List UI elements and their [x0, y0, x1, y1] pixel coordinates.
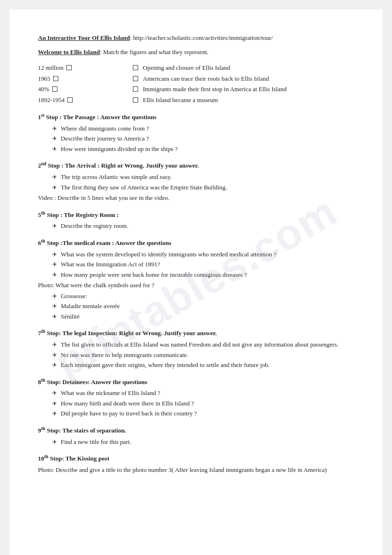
stop6-photo-text-0: Grossesse: — [61, 292, 87, 301]
page: printables.com An Interactive Tour Of El… — [9, 9, 383, 555]
match-col-right: Opening and closure of Ellis Island Amer… — [133, 63, 354, 106]
stop10-photo: Photo: Describe and give a title to the … — [38, 465, 354, 475]
stop7-sup: th — [41, 329, 46, 334]
checkbox-r1[interactable] — [133, 76, 138, 81]
bullet-icon-0: ✈ — [52, 124, 57, 133]
stop2-item-1: ✈ The first thing they saw of America wa… — [52, 183, 354, 192]
stop2-sup: nd — [41, 161, 47, 166]
checkbox-0[interactable] — [66, 65, 72, 70]
match-right-3: Ellis Island became a museum — [143, 95, 218, 105]
match-right-row-3: Ellis Island became a museum — [133, 95, 354, 105]
stop7-item-2: ✈ Each immigrant gave their origins, whe… — [52, 360, 354, 370]
stop1-item-2: ✈ How were immigrants divided up in the … — [52, 144, 354, 154]
stop5-section: 5th Stop : The Registry Room : ✈ Describ… — [38, 209, 354, 231]
stop2-item-text-0: The trip across Atlantic was simple and … — [61, 172, 172, 182]
stop1-label: Stop : The Passage : — [46, 113, 99, 121]
stop8-rest: Answer the questions — [90, 378, 147, 386]
stop6-item-0: ✈ What was the system developed to ident… — [52, 250, 354, 259]
stop7-section: 7th Stop: The legal Inspection: Right or… — [38, 328, 354, 369]
bullet-icon-1: ✈ — [52, 134, 57, 143]
match-right-row-2: Immigrants made their first stop in Amer… — [133, 85, 354, 94]
bullet-icon-s6-p0: ✈ — [52, 292, 57, 301]
stop6-item-1: ✈ What was the Immigration Act of 1891? — [52, 260, 354, 269]
stop2-header: 2nd Stop : The Arrival : Right or Wrong.… — [38, 160, 354, 170]
stop10-section: 10th Stop: The Kissing post Photo: Descr… — [38, 453, 354, 474]
stop5-item-text-0: Describe the registry room. — [61, 221, 128, 231]
stop8-item-text-0: What was the nickname of Ellis Island ? — [61, 388, 160, 398]
stop7-header: 7th Stop: The legal Inspection: Right or… — [38, 328, 354, 338]
stop5-sup: th — [41, 210, 46, 216]
stop6-rest: Answer the questions — [114, 239, 171, 246]
stop5-item-0: ✈ Describe the registry room. — [52, 221, 354, 231]
stop1-item-text-1: Describe their journey to America ? — [61, 134, 149, 143]
stop7-item-text-1: No one was there to help immigrants comm… — [61, 350, 188, 360]
stop6-photo-item-0: ✈ Grossesse: — [52, 292, 354, 301]
welcome-section: Welcome to Ellis Island: Match the figur… — [38, 47, 354, 57]
header-title: An Interactive Tour Of Ellis Island: htt… — [38, 33, 354, 43]
stop2-item-0: ✈ The trip across Atlantic was simple an… — [52, 172, 354, 182]
stop2-label: Stop : The Arrival — [48, 162, 96, 169]
checkbox-1[interactable] — [53, 76, 58, 81]
stop2-item-text-1: The first thing they saw of America was … — [61, 183, 227, 192]
checkbox-r0[interactable] — [133, 65, 138, 70]
stop8-item-2: ✈ Did people have to pay to travel back … — [52, 409, 354, 418]
stop9-item-text-0: Find a new title for this part. — [61, 437, 131, 447]
checkbox-2[interactable] — [52, 86, 57, 92]
stop1-item-1: ✈ Describe their journey to America ? — [52, 134, 354, 143]
stop6-photo-label: Photo: What were the chalk symbols used … — [38, 281, 354, 290]
stop2-rest: : Right or Wrong. Justify your answer. — [96, 162, 199, 169]
stop9-header: 9th Stop: The stairs of separation. — [38, 425, 354, 435]
checkbox-r2[interactable] — [133, 86, 138, 92]
bullet-icon-s8-2: ✈ — [52, 409, 57, 418]
welcome-bold: Welcome to Ellis Island — [38, 48, 100, 56]
stop6-item-text-0: What was the system developed to identif… — [61, 250, 276, 259]
stop6-label: Stop :The medical exam : — [47, 239, 114, 246]
stop8-item-text-2: Did people have to pay to travel back in… — [61, 409, 197, 418]
welcome-rest: : Match the figures and what they repres… — [100, 48, 208, 56]
match-key-3: 1892-1954 — [38, 95, 65, 105]
bullet-icon-s8-1: ✈ — [52, 399, 57, 408]
stop8-item-0: ✈ What was the nickname of Ellis Island … — [52, 388, 354, 398]
stop9-section: 9th Stop: The stairs of separation. ✈ Fi… — [38, 425, 354, 446]
stop1-rest: Answer the questions — [99, 113, 157, 121]
checkbox-3[interactable] — [67, 97, 73, 103]
stop2-section: 2nd Stop : The Arrival : Right or Wrong.… — [38, 160, 354, 202]
stop6-item-2: ✈ How many people were sent back home fo… — [52, 270, 354, 280]
bullet-icon-s2-1: ✈ — [52, 183, 57, 192]
stop7-item-1: ✈ No one was there to help immigrants co… — [52, 350, 354, 360]
match-left-row-0: 12 million — [38, 63, 133, 73]
match-section: 12 million 1965 40% 1892-1954 Opening an… — [38, 63, 354, 106]
stop6-photo-item-2: ✈ Sénilité — [52, 312, 354, 321]
stop6-item-text-1: What was the Immigration Act of 1891? — [61, 260, 160, 269]
match-right-row-1: Americans can trace their roots back to … — [133, 74, 354, 84]
stop10-number: 10 — [38, 455, 44, 462]
stop6-section: 6th Stop :The medical exam : Answer the … — [38, 237, 354, 321]
stop7-item-text-2: Each immigrant gave their origins, where… — [61, 360, 270, 370]
stop7-item-0: ✈ The list given to officials at Ellis I… — [52, 340, 354, 349]
stop2-video: Video : Describe in 5 lines what you see… — [38, 193, 354, 203]
stop8-header: 8th Stop: Detainees: Answer the question… — [38, 376, 354, 387]
stop10-header: 10th Stop: The Kissing post — [38, 453, 354, 463]
stop8-item-text-1: How many birth and death were there in E… — [61, 399, 194, 408]
stop7-rest: Right or Wrong. Justify your answer. — [118, 330, 217, 337]
header-title-bold: An Interactive Tour Of Ellis Island — [38, 34, 130, 41]
stop1-item-0: ✈ Where did immigrants come from ? — [52, 124, 354, 133]
match-right-row-0: Opening and closure of Ellis Island — [133, 63, 354, 73]
stop6-header: 6th Stop :The medical exam : Answer the … — [38, 237, 354, 248]
stop5-header: 5th Stop : The Registry Room : — [38, 209, 354, 220]
stop6-photo-text-1: Maladie mentale averée — [61, 301, 120, 311]
bullet-icon-s7-1: ✈ — [52, 351, 57, 359]
stop6-photo-text-2: Sénilité — [61, 312, 80, 321]
stop8-item-1: ✈ How many birth and death were there in… — [52, 399, 354, 408]
bullet-icon-s9-0: ✈ — [52, 438, 57, 446]
bullet-icon-s2-0: ✈ — [52, 173, 57, 181]
stop1-header: 1st Stop : The Passage : Answer the ques… — [38, 112, 354, 122]
bullet-icon-s6-p2: ✈ — [52, 312, 57, 321]
stop9-item-0: ✈ Find a new title for this part. — [52, 437, 354, 447]
checkbox-r3[interactable] — [133, 97, 138, 103]
stop10-sup: th — [44, 454, 48, 459]
header-title-url: : http://teacher.scholastic.com/activiti… — [130, 34, 273, 41]
match-left-row-3: 1892-1954 — [38, 95, 133, 105]
match-key-1: 1965 — [38, 74, 50, 84]
bullet-icon-s6-p1: ✈ — [52, 302, 57, 310]
